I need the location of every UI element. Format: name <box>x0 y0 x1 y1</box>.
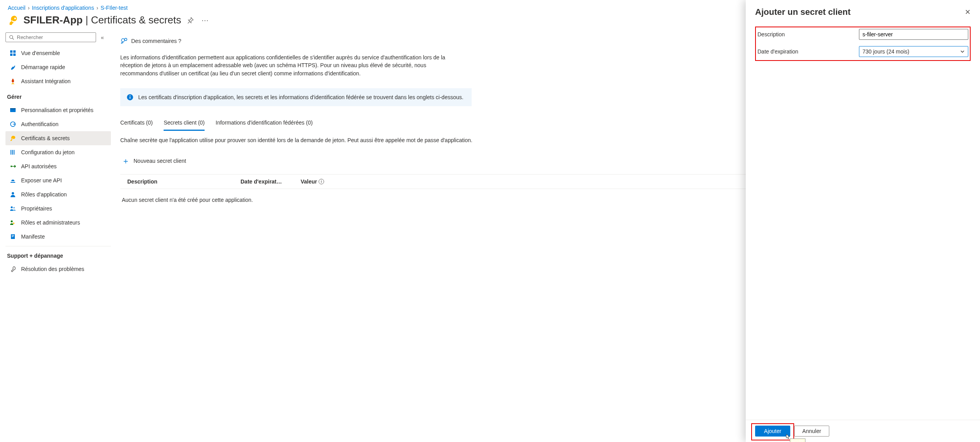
sidebar-item-app-roles[interactable]: Rôles d'application <box>5 187 111 201</box>
svg-point-6 <box>13 66 14 67</box>
sidebar-item-label: Configuration du jeton <box>21 149 75 155</box>
sidebar-item-label: Personnalisation et propriétés <box>21 107 93 113</box>
new-client-secret-label: Nouveau secret client <box>134 158 186 164</box>
api-perm-icon <box>9 163 16 170</box>
svg-point-0 <box>10 35 13 38</box>
svg-point-25 <box>130 95 130 96</box>
expiration-label: Date d'expiration <box>757 48 859 55</box>
svg-rect-18 <box>12 235 14 235</box>
svg-line-1 <box>12 38 14 39</box>
app-name: SFILER-App <box>23 14 83 26</box>
breadcrumb-app-registrations[interactable]: Inscriptions d'applications <box>32 5 94 11</box>
sidebar-item-label: Certificats & secrets <box>21 135 69 141</box>
cancel-button[interactable]: Annuler <box>794 426 829 437</box>
svg-rect-10 <box>12 150 13 155</box>
breadcrumb-sep-icon: › <box>28 5 30 11</box>
sidebar-item-troubleshoot[interactable]: Résolution des problèmes <box>5 262 111 276</box>
expose-api-icon <box>9 177 16 184</box>
sidebar-item-roles-admins[interactable]: Rôles et administrateurs <box>5 216 111 230</box>
sidebar-item-label: Assistant Intégration <box>21 78 71 84</box>
svg-rect-19 <box>12 236 14 236</box>
tooltip: Ajouter <box>790 438 805 442</box>
feedback-button[interactable]: Des commentaires ? <box>120 37 181 45</box>
sidebar-item-owners[interactable]: Propriétaires <box>5 201 111 216</box>
chevron-down-icon <box>960 49 965 54</box>
expiration-value: 730 jours (24 mois) <box>862 48 909 55</box>
sidebar-item-label: Manifeste <box>21 233 45 240</box>
intro-text: Les informations d'identification permet… <box>120 53 472 77</box>
svg-point-14 <box>11 207 13 209</box>
sidebar-item-authentication[interactable]: Authentification <box>5 117 111 131</box>
auth-icon <box>9 121 16 128</box>
sidebar-item-label: Vue d'ensemble <box>21 50 60 56</box>
search-icon <box>9 35 14 40</box>
breadcrumb-app-name[interactable]: S-FIler-test <box>101 5 128 11</box>
sidebar-item-quickstart[interactable]: Démarrage rapide <box>5 60 111 74</box>
svg-rect-8 <box>10 108 16 109</box>
page-title: Certificats & secrets <box>91 14 181 26</box>
info-icon <box>127 94 134 101</box>
search-input[interactable] <box>17 34 93 40</box>
svg-rect-20 <box>12 237 13 237</box>
info-banner-text: Les certificats d'inscription d'applicat… <box>138 94 463 100</box>
sidebar-item-manifest[interactable]: Manifeste <box>5 230 111 244</box>
sidebar: « Vue d'ensemble Démarrage rapide Assist… <box>0 32 111 442</box>
sidebar-item-token-config[interactable]: Configuration du jeton <box>5 145 111 159</box>
owners-icon <box>9 205 16 212</box>
breadcrumb-home[interactable]: Accueil <box>8 5 25 11</box>
pin-icon[interactable] <box>186 16 195 25</box>
svg-rect-11 <box>14 150 14 155</box>
col-header-value: Valeur i <box>301 178 347 185</box>
svg-rect-3 <box>13 50 16 53</box>
feedback-icon <box>120 37 128 45</box>
sidebar-item-label: Rôles d'application <box>21 191 67 198</box>
description-input[interactable] <box>859 29 968 40</box>
search-input-wrapper[interactable] <box>5 32 96 42</box>
panel-title: Ajouter un secret client <box>755 7 851 17</box>
sidebar-item-label: Exposer une API <box>21 177 62 184</box>
sidebar-item-branding[interactable]: Personnalisation et propriétés <box>5 103 111 117</box>
sidebar-section-manage: Gérer <box>5 88 111 103</box>
svg-rect-24 <box>130 96 130 99</box>
svg-point-12 <box>11 166 12 167</box>
sidebar-item-overview[interactable]: Vue d'ensemble <box>5 46 111 60</box>
roles-admins-icon <box>9 219 16 226</box>
sidebar-item-integration[interactable]: Assistant Intégration <box>5 74 111 88</box>
sidebar-item-label: Résolution des problèmes <box>21 266 84 272</box>
sidebar-item-label: Rôles et administrateurs <box>21 219 80 226</box>
collapse-sidebar-icon[interactable]: « <box>99 33 105 42</box>
more-icon[interactable]: ⋯ <box>200 14 210 26</box>
quickstart-icon <box>9 64 16 71</box>
svg-rect-9 <box>11 150 11 155</box>
title-separator: | <box>86 14 91 26</box>
key-icon <box>9 135 16 142</box>
sidebar-item-label: Démarrage rapide <box>21 64 65 70</box>
branding-icon <box>9 107 16 114</box>
tab-client-secrets[interactable]: Secrets client (0) <box>164 117 205 131</box>
app-roles-icon <box>9 191 16 198</box>
svg-rect-4 <box>10 53 12 56</box>
add-button[interactable]: Ajouter Ajouter <box>755 426 790 437</box>
svg-point-15 <box>13 207 15 209</box>
sidebar-item-label: Authentification <box>21 121 59 127</box>
troubleshoot-icon <box>9 266 16 273</box>
info-icon[interactable]: i <box>319 179 324 184</box>
sidebar-item-certificates-secrets[interactable]: Certificats & secrets <box>5 131 111 145</box>
manifest-icon <box>9 233 16 240</box>
tab-federated-credentials[interactable]: Informations d'identification fédérées (… <box>216 117 313 131</box>
breadcrumb-sep-icon: › <box>96 5 98 11</box>
sidebar-item-label: Propriétaires <box>21 205 52 212</box>
sidebar-item-api-permissions[interactable]: API autorisées <box>5 159 111 173</box>
sidebar-item-expose-api[interactable]: Exposer une API <box>5 173 111 187</box>
svg-rect-5 <box>13 53 16 56</box>
add-client-secret-panel: Ajouter un secret client ✕ Description D… <box>746 0 980 442</box>
rocket-icon <box>9 78 16 85</box>
cursor-icon <box>786 434 790 440</box>
tab-certificates[interactable]: Certificats (0) <box>120 117 153 131</box>
close-panel-button[interactable]: ✕ <box>965 8 971 16</box>
expiration-select[interactable]: 730 jours (24 mois) <box>859 46 968 57</box>
token-icon <box>9 149 16 156</box>
svg-point-22 <box>125 38 127 41</box>
col-header-description: Description <box>122 178 231 185</box>
sidebar-section-support: Support + dépannage <box>5 247 111 262</box>
